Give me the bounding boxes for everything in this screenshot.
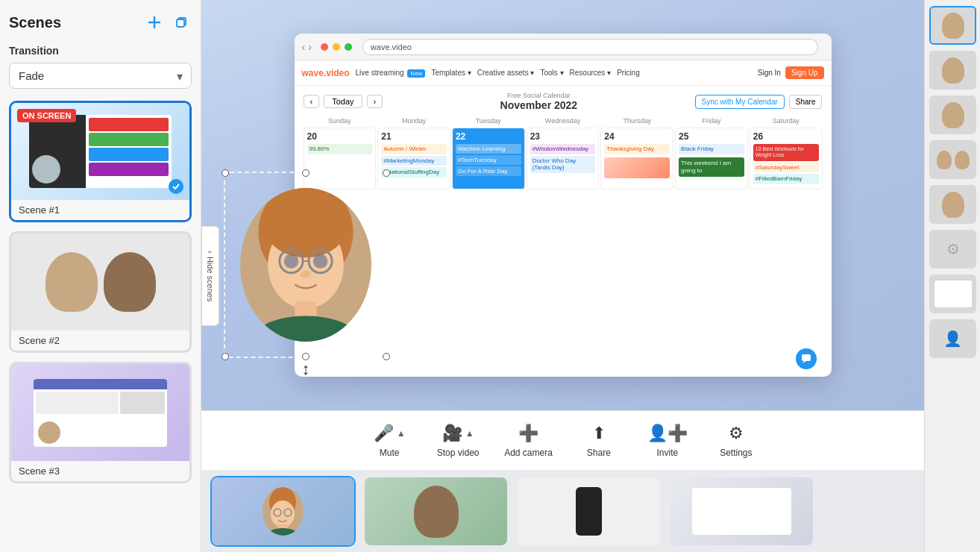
cal-event-21-3: #NationalStuffingDay: [381, 167, 447, 178]
cal-today-button[interactable]: Today: [324, 95, 362, 108]
share-tool[interactable]: ⬆ Share: [577, 424, 621, 458]
wave-nav: wave.video Live streaming New Templates …: [295, 60, 832, 86]
mini-thumb-2: [89, 133, 169, 146]
rp-item-5[interactable]: [929, 185, 976, 224]
gear-icon: ⚙: [729, 424, 744, 443]
on-screen-badge: ON SCREEN: [17, 109, 76, 122]
share-icon: ⬆: [592, 424, 606, 443]
svg-point-14: [301, 271, 311, 278]
add-camera-tool[interactable]: ➕ Add camera: [504, 424, 553, 458]
mini-thumb-3: [89, 148, 169, 161]
cal-subtitle: Free Social Calendar: [500, 92, 578, 99]
thumb-4-screen: [692, 488, 792, 536]
rp-item-6[interactable]: ⚙: [929, 230, 976, 269]
transition-select[interactable]: Fade None Slide Zoom: [9, 63, 192, 89]
cal-day-23[interactable]: 23 #WisdomWednesday Doctor Who Day (Tard…: [527, 128, 600, 189]
cal-event-21-1: Autumn / Winter: [381, 144, 447, 154]
resize-handle-br[interactable]: [383, 353, 390, 360]
right-panel: ⚙ 👤: [924, 0, 980, 552]
person-circle-crop: [240, 188, 371, 342]
cal-sync-button[interactable]: Sync with My Calendar: [695, 95, 785, 109]
cal-header-sun: Sunday: [304, 116, 377, 126]
cal-day-22[interactable]: 22 Machine Learning #TechTuesday Go For …: [452, 128, 525, 189]
hide-scenes-button[interactable]: ‹ Hide scenes: [201, 226, 219, 326]
resize-handle-tm[interactable]: [302, 169, 310, 177]
rp-small-face-1: [937, 151, 952, 169]
mute-chevron-icon: ▲: [397, 428, 406, 439]
traffic-yellow: [333, 43, 340, 51]
thumb-4[interactable]: [669, 476, 814, 547]
mute-tool[interactable]: 🎤 ▲ Mute: [367, 424, 412, 458]
forward-button[interactable]: ›: [308, 41, 312, 53]
rp-item-4[interactable]: [929, 140, 976, 179]
overlay-person[interactable]: ↕: [224, 172, 388, 358]
cal-day-21-num: 21: [381, 131, 447, 142]
url-text: wave.video: [371, 43, 412, 51]
scene-2-thumbnail: [11, 233, 189, 330]
sign-in-button[interactable]: Sign In: [758, 69, 781, 77]
scene-1-right: [86, 115, 172, 188]
cal-header-tue: Tuesday: [452, 116, 525, 126]
transition-section: Transition Fade None Slide Zoom ▾: [9, 45, 192, 89]
scene-item-3[interactable]: Scene #3: [9, 362, 192, 483]
settings-tool[interactable]: ⚙ Settings: [714, 424, 758, 458]
thumb-2[interactable]: [363, 476, 509, 547]
invite-tool[interactable]: 👤➕ Invite: [645, 424, 690, 458]
cal-prev-button[interactable]: ‹: [304, 95, 320, 108]
stop-video-label: Stop video: [437, 448, 480, 458]
thumb-3[interactable]: [516, 476, 662, 547]
cal-event-26-2: #SaturdaySweet: [753, 163, 819, 173]
svg-point-22: [266, 528, 299, 536]
rp-item-7[interactable]: [929, 275, 976, 313]
scene-1-thumbnail: ON SCREEN: [11, 103, 189, 200]
thumb-4-bg: [670, 477, 813, 545]
scene-item-1[interactable]: ON SCREEN Scene #1: [9, 101, 192, 222]
cal-event-22-2: #TechTuesday: [456, 155, 521, 165]
resize-handle-tr[interactable]: [383, 169, 390, 177]
cal-event-24-1: Thanksgiving Day: [604, 144, 670, 154]
cal-event-22-3: Go For A Ride Day: [456, 166, 521, 176]
nav-resources[interactable]: Resources ▾: [570, 69, 612, 77]
rp-item-3[interactable]: [929, 95, 976, 134]
svg-rect-4: [802, 354, 811, 361]
sign-up-button[interactable]: Sign Up: [785, 66, 824, 79]
cursor-icon: ↕: [302, 360, 310, 379]
cal-day-21[interactable]: 21 Autumn / Winter #MarketingMonday #Nat…: [377, 128, 450, 189]
resize-handle-tl[interactable]: [222, 169, 229, 177]
cal-day-24-img: [604, 157, 670, 178]
rp-item-8[interactable]: 👤: [929, 319, 976, 358]
stop-video-tool[interactable]: 🎥 ▲ Stop video: [436, 424, 480, 458]
cal-event-25-2: This weekend I am going to: [679, 157, 744, 178]
thumb-1[interactable]: [210, 476, 356, 547]
thumb-1-bg: [212, 477, 354, 545]
thumb-2-bg: [365, 477, 507, 545]
chevron-left-icon: ‹: [206, 251, 215, 254]
rp-face-1: [942, 13, 964, 39]
nav-tools[interactable]: Tools ▾: [540, 69, 563, 77]
scene-item-2[interactable]: Scene #2: [9, 231, 192, 353]
cal-share-button[interactable]: Share: [789, 95, 823, 109]
add-scene-button[interactable]: [144, 12, 165, 33]
cal-event-21-2: #MarketingMonday: [381, 156, 447, 166]
nav-creative-assets[interactable]: Creative assets ▾: [477, 69, 535, 77]
mini-thumb-1: [89, 118, 169, 131]
mini-thumb-4: [89, 163, 169, 176]
nav-templates[interactable]: Templates ▾: [431, 69, 471, 77]
svg-point-16: [255, 316, 357, 342]
scene-2-face-1: [45, 252, 98, 312]
back-button[interactable]: ‹: [302, 41, 306, 53]
resize-handle-bl[interactable]: [222, 353, 229, 360]
cal-day-24[interactable]: 24 Thanksgiving Day: [600, 128, 673, 189]
rp-item-2[interactable]: [929, 51, 976, 90]
add-camera-label: Add camera: [504, 448, 553, 458]
cal-next-button[interactable]: ›: [367, 95, 383, 108]
cal-day-26[interactable]: 26 10 Best Workouts for Weight Loss #Sat…: [750, 128, 823, 189]
cal-actions: Sync with My Calendar Share: [695, 95, 823, 109]
rp-person-8: 👤: [943, 330, 962, 348]
nav-live-streaming[interactable]: Live streaming New: [356, 69, 426, 77]
rp-item-1[interactable]: [929, 6, 976, 45]
url-bar[interactable]: wave.video: [362, 39, 818, 55]
cal-day-25[interactable]: 25 Black Friday This weekend I am going …: [675, 128, 748, 189]
nav-pricing[interactable]: Pricing: [617, 69, 640, 77]
duplicate-scene-button[interactable]: [171, 12, 192, 33]
